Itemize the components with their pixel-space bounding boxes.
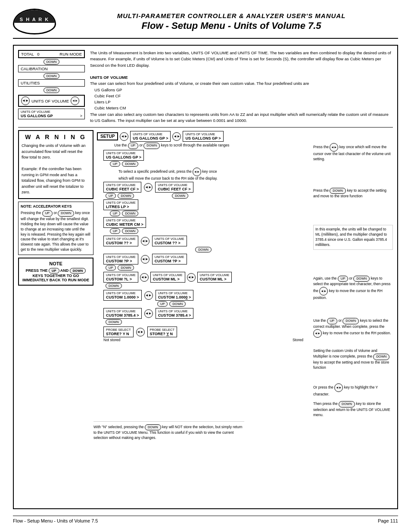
select-char-note: Again, use the UP or DOWN keys to select… <box>313 276 393 301</box>
setup-label: SETUP <box>97 132 118 140</box>
probe-row: PROBE SELECT STORE? Y N ◄► PROBE SELECT … <box>103 327 310 337</box>
sub-title: Flow - Setup Menu - Units of Volume 7.5 <box>65 20 398 31</box>
left-nav: TOTAL 0 RUN MODE DOWN CALIBRATION DOWN U… <box>18 50 85 124</box>
setup-nav-btn[interactable]: ◄► <box>21 96 30 105</box>
warning-box: W A R N I N G Changing the units of Volu… <box>18 130 93 199</box>
accelerator-note: NOTE: ACCELERATOR KEYS Pressing the UP o… <box>18 202 93 255</box>
nav-btn-setup[interactable]: ◄► <box>120 132 128 141</box>
header: S H A R K MULTI-PARAMETER CONTROLLER & A… <box>13 9 398 39</box>
description-block: The Units of Measurement is broken into … <box>90 50 393 124</box>
multiplier-row1: UNITS OF VOLUME CUSTOM 1.0000 > ◄► UNITS… <box>103 290 310 301</box>
warning-title: W A R N I N G <box>22 134 90 140</box>
footer-left: Flow - Setup Menu - Units of Volume 7.5 <box>13 518 98 523</box>
setup-row: SETUP ◄► UNITS OF VOLUME US GALLONS GP >… <box>97 131 310 142</box>
predefined-note: To select a specific predefined unit, pr… <box>118 168 222 181</box>
final-row: UNITS OF VOLUME CUSTOM 3785.4 > ◄► UNITS… <box>103 308 310 319</box>
header-titles: MULTI-PARAMETER CONTROLLER & ANALYZER US… <box>65 12 398 31</box>
logo: S H A R K <box>13 9 56 34</box>
custom-row3: UNITS OF VOLUME CUSTOM ?L > ◄► UNITS OF … <box>103 272 310 283</box>
footer-right: Page 111 <box>378 518 398 523</box>
store-note: Then press the DOWN key to store the sel… <box>313 401 393 417</box>
menu-total: TOTAL 0 RUN MODE <box>18 50 85 58</box>
cubic-feet-row: UNITS OF VOLUME CUBIC FEET CF > ◄► UNITS… <box>103 182 310 193</box>
rh-cursor-note: Press the ◄► key once which will move th… <box>313 143 393 162</box>
main-title: MULTI-PARAMETER CONTROLLER & ANALYZER US… <box>65 12 398 19</box>
uov-box1: UNITS OF VOLUME US GALLONS GP > <box>130 131 171 142</box>
footer: Flow - Setup Menu - Units of Volume 7.5 … <box>13 516 398 523</box>
uov-text: The user can select from four predefined… <box>90 81 393 87</box>
custom-example-note: In this example, the units will be chang… <box>313 225 393 250</box>
down-btn-total[interactable]: DOWN <box>44 59 60 65</box>
note-box: NOTE PRESS THE UP AND DOWN KEYS TOGETHER… <box>18 258 93 286</box>
custom-row1: UNITS OF VOLUME CUSTOM ?? > ◄► UNITS OF … <box>103 236 310 246</box>
custom-row2: UNITS OF VOLUME CUSTOM ?P > ◄► UNITS OF … <box>103 254 310 264</box>
warning-text: Changing the units of Volume with an acc… <box>22 143 90 196</box>
uov-header: UNITS OF VOLUME <box>90 75 393 81</box>
cubic-meter-row: UNITS OF VOLUME CUBIC METER CM > UP DOWN <box>103 217 310 234</box>
stored-label: Stored <box>293 338 303 342</box>
units-gp-box: UNITS OF VOLUME US GALLONS GP > <box>18 109 85 119</box>
diagram-section: W A R N I N G Changing the units of Volu… <box>18 130 393 418</box>
nav-btn-cf[interactable]: ◄► <box>144 183 153 192</box>
intro-text: The Units of Measurement is broken into … <box>90 50 393 68</box>
predefined-list: US Gallons GP Cubic Feet CF Liters LP Cu… <box>94 87 393 112</box>
down-btn-gp[interactable]: DOWN <box>122 161 138 167</box>
right-annotations: Press the ◄► key once which will move th… <box>313 130 393 418</box>
litres-row: UNITS OF VOLUME LITRES LP > UP DOWN <box>103 199 310 216</box>
logo-text: S H A R K <box>20 17 50 22</box>
nav-btn-custom[interactable]: ◄► <box>141 237 149 246</box>
custom-text: The user can also select any custom two … <box>90 112 393 124</box>
not-stored-label: Not stored <box>103 338 120 342</box>
accept-note: Press the DOWN key to accept the setting… <box>313 188 393 199</box>
multiplier-note: Use the UP or DOWN keys to select the co… <box>313 318 393 338</box>
up-btn-gp[interactable]: UP <box>110 161 120 167</box>
left-col: W A R N I N G Changing the units of Volu… <box>18 130 93 418</box>
menu-setup: ◄► UNITS OF VOLUME ◄► <box>18 95 85 107</box>
main-content: TOTAL 0 RUN MODE DOWN CALIBRATION DOWN U… <box>13 45 398 509</box>
us-gallons-row: UNITS OF VOLUME US GALLONS GP > UP DOWN <box>103 150 310 167</box>
n-selected-note: With "N" selected, pressing the DOWN key… <box>93 421 244 441</box>
page: S H A R K MULTI-PARAMETER CONTROLLER & A… <box>0 0 411 532</box>
setting-complete-note: Setting the custom Units of Volume and M… <box>313 348 393 370</box>
down-btn-util[interactable]: DOWN <box>44 87 60 93</box>
menu-utilities: UTILITIES <box>18 79 85 87</box>
highlight-y-note: Or press the ◄► key to highlight the Y c… <box>313 383 393 397</box>
menu-calibration: CALIBRATION <box>18 65 85 72</box>
center-diagram: SETUP ◄► UNITS OF VOLUME US GALLONS GP >… <box>97 130 310 418</box>
uov-box2: UNITS OF VOLUME US GALLONS GP > <box>183 131 223 142</box>
nav-btn-gp[interactable]: ◄► <box>172 132 181 141</box>
setup-next-btn[interactable]: ◄► <box>71 96 79 105</box>
scroll-note: Use the UP or DOWN keys to scroll throug… <box>114 143 235 149</box>
down-btn-cal[interactable]: DOWN <box>44 73 60 79</box>
